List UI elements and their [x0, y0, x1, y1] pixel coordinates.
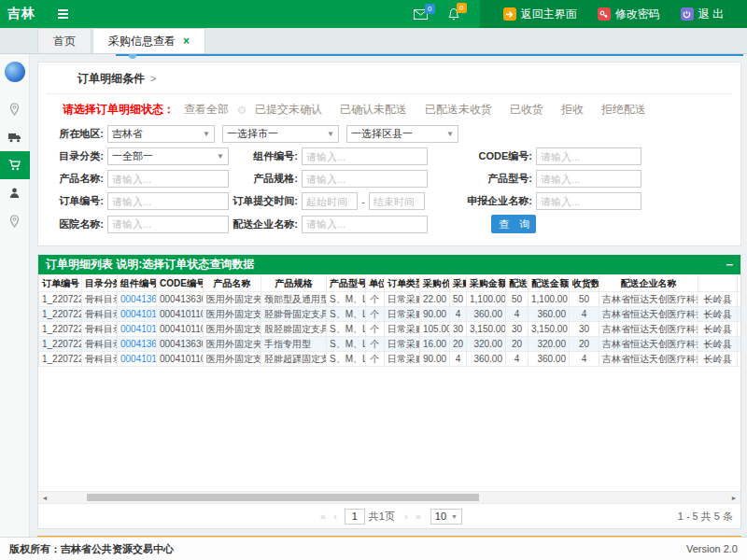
version-label: Version 2.0 — [686, 543, 738, 554]
hospital-label: 医院名称: — [42, 217, 104, 231]
change-password-button[interactable]: 修改密码 — [598, 7, 660, 22]
delivery-company-label: 配送企业名称: — [233, 217, 298, 231]
catalog-select[interactable]: 一全部一▼ — [107, 147, 229, 165]
cell: 日常采购 — [385, 292, 420, 307]
city-select[interactable]: 一选择市一▼ — [222, 125, 339, 143]
hospital-input[interactable] — [107, 216, 229, 233]
product-name-input[interactable] — [107, 170, 229, 188]
cell: 50 — [506, 292, 529, 307]
start-time-input[interactable] — [302, 192, 358, 210]
truck-icon — [8, 133, 21, 143]
cell: 个 — [366, 322, 385, 337]
cell: 吉林省恒达天创医疗科技有限公司 — [599, 322, 698, 337]
hamburger-menu-icon[interactable] — [58, 9, 68, 19]
cell: 22.00 — [420, 292, 450, 307]
status-option[interactable]: 拒收 — [561, 102, 584, 118]
chevron-down-icon: ▼ — [451, 513, 458, 520]
status-option[interactable]: 已确认未配送 — [340, 102, 407, 118]
cell — [738, 322, 741, 337]
component-link[interactable]: 00041011 — [118, 307, 157, 322]
sidebar-item-location-bottom[interactable] — [0, 207, 30, 235]
cell: 1_220722H — [39, 307, 82, 322]
search-button[interactable]: 查 询 — [491, 215, 536, 233]
cell: 16.00 — [420, 337, 450, 352]
cell: 360.00 — [467, 307, 506, 322]
product-model-input[interactable] — [536, 170, 641, 188]
status-option[interactable]: 已提交未确认 — [255, 102, 322, 118]
cell: 医用外固定支具 — [204, 307, 261, 322]
county-select[interactable]: 一选择区县一▼ — [346, 125, 458, 143]
column-header: 配送数量 — [506, 275, 529, 292]
mail-notification[interactable]: 0 — [414, 9, 428, 20]
table-body: 1_220722H骨科目录0004136300041363001医用外固定夹板颈… — [39, 292, 741, 367]
bell-badge: 0 — [457, 3, 467, 13]
first-page-icon[interactable]: « — [320, 511, 326, 522]
cell: 00041011001 — [157, 322, 204, 337]
sidebar-item-user[interactable] — [0, 179, 30, 207]
return-main-button[interactable]: 返回主界面 — [503, 7, 577, 22]
cell: 20 — [506, 337, 529, 352]
tab-close-icon[interactable]: × — [183, 29, 190, 53]
page-number-box[interactable]: 1 — [345, 509, 365, 525]
cell: S、M、L — [327, 292, 366, 307]
end-time-input[interactable] — [369, 192, 425, 210]
scrollbar-thumb[interactable] — [87, 494, 479, 501]
product-spec-input[interactable] — [302, 170, 428, 188]
column-header: 配送企业名称 — [599, 275, 698, 292]
sidebar-item-delivery[interactable] — [0, 123, 30, 151]
status-filter-row: 请选择订单明细状态： 查看全部已提交未确认已确认未配送已配送未收货已收货拒收拒绝… — [38, 94, 740, 123]
order-no-input[interactable] — [107, 192, 229, 210]
orange-divider — [37, 536, 741, 537]
cell: 医用外固定夹板 — [204, 337, 261, 352]
tab-home[interactable]: 首页 — [37, 28, 92, 53]
catalog-label: 目录分类: — [42, 149, 104, 163]
prev-page-icon[interactable]: ‹ — [333, 511, 337, 522]
page-size-select[interactable]: 10 ▼ — [430, 509, 462, 525]
component-link[interactable]: 00041011 — [118, 322, 157, 337]
component-link[interactable]: 00041363 — [118, 292, 157, 307]
collapse-icon[interactable]: − — [726, 258, 733, 272]
declare-company-input[interactable] — [536, 192, 641, 210]
status-option[interactable]: 拒绝配送 — [601, 102, 646, 118]
cell: 骨科目录 — [82, 322, 118, 337]
cell: 3,150.00 — [529, 322, 570, 337]
bell-notification[interactable]: 0 — [448, 8, 459, 21]
location-pin-icon — [9, 215, 20, 228]
next-page-icon[interactable]: › — [404, 511, 408, 522]
code-label: CODE编号: — [443, 149, 532, 163]
province-select[interactable]: 吉林省▼ — [107, 125, 215, 143]
progress-knob[interactable] — [129, 54, 136, 59]
delivery-company-input[interactable] — [302, 216, 428, 233]
pagination-bar: « ‹ 1 共1页 › » 10 ▼ 1 - 5 共 5 条 — [38, 503, 740, 528]
component-link[interactable]: 00041011 — [118, 352, 157, 367]
location-pin-icon — [9, 103, 20, 116]
tab-purchase-info[interactable]: 采购信息查看 × — [92, 28, 205, 53]
region-label: 所在地区: — [42, 127, 104, 141]
status-option[interactable]: 已收货 — [510, 102, 543, 118]
cell: 个 — [366, 337, 385, 352]
status-option[interactable]: 查看全部 — [184, 102, 229, 118]
scroll-right-icon[interactable]: ► — [727, 495, 740, 501]
avatar[interactable] — [5, 62, 25, 82]
cell: 1_220722H — [39, 352, 82, 367]
filter-title: 订单明细条件> — [38, 63, 740, 93]
cell: 医用外固定支具 — [204, 322, 261, 337]
sidebar-item-purchase[interactable] — [0, 151, 30, 179]
status-label: 请选择订单明细状态： — [63, 102, 175, 118]
sidebar-item-location-top[interactable] — [0, 95, 30, 123]
chevron-down-icon: ▼ — [327, 130, 334, 138]
code-input[interactable] — [536, 147, 641, 165]
last-page-icon[interactable]: » — [416, 511, 421, 522]
component-input[interactable] — [302, 147, 428, 165]
cell: 320.00 — [529, 337, 570, 352]
logout-button[interactable]: 退 出 — [681, 7, 724, 22]
cell: 20 — [450, 337, 467, 352]
cell: 医用外固定支具 — [204, 352, 261, 367]
horizontal-scrollbar[interactable]: ◄ ► — [38, 491, 740, 503]
scroll-left-icon[interactable]: ◄ — [38, 495, 51, 501]
column-header — [738, 275, 741, 292]
component-link[interactable]: 00041363 — [118, 337, 157, 352]
column-header: 产品名称 — [204, 275, 261, 292]
status-radio[interactable] — [238, 106, 246, 114]
status-option[interactable]: 已配送未收货 — [425, 102, 492, 118]
